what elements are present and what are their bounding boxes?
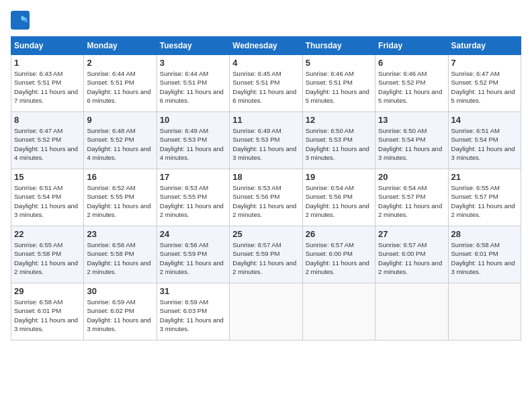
day-info: Sunrise: 6:58 AM Sunset: 6:01 PM Dayligh…: [14, 298, 81, 333]
weekday-header-thursday: Thursday: [302, 37, 375, 55]
day-number: 31: [160, 286, 226, 296]
calendar-table: SundayMondayTuesdayWednesdayThursdayFrid…: [11, 36, 521, 340]
calendar-cell: 28 Sunrise: 6:58 AM Sunset: 6:01 PM Dayl…: [448, 226, 521, 283]
day-number: 20: [378, 172, 445, 182]
calendar-cell: 16 Sunrise: 6:52 AM Sunset: 5:55 PM Dayl…: [84, 169, 157, 226]
day-number: 10: [160, 115, 226, 125]
day-info: Sunrise: 6:46 AM Sunset: 5:51 PM Dayligh…: [306, 69, 372, 105]
day-number: 6: [378, 58, 445, 68]
day-info: Sunrise: 6:51 AM Sunset: 5:54 PM Dayligh…: [14, 183, 81, 219]
calendar-cell: 15 Sunrise: 6:51 AM Sunset: 5:54 PM Dayl…: [11, 169, 84, 226]
day-number: 16: [87, 172, 153, 182]
day-info: Sunrise: 6:49 AM Sunset: 5:53 PM Dayligh…: [160, 126, 226, 162]
calendar-cell: 30 Sunrise: 6:59 AM Sunset: 6:02 PM Dayl…: [84, 283, 157, 340]
week-row-3: 15 Sunrise: 6:51 AM Sunset: 5:54 PM Dayl…: [11, 169, 521, 226]
calendar-cell: 1 Sunrise: 6:43 AM Sunset: 5:51 PM Dayli…: [11, 55, 84, 112]
day-info: Sunrise: 6:55 AM Sunset: 5:58 PM Dayligh…: [14, 240, 81, 276]
calendar-cell: 24 Sunrise: 6:56 AM Sunset: 5:59 PM Dayl…: [157, 226, 229, 283]
day-info: Sunrise: 6:50 AM Sunset: 5:53 PM Dayligh…: [306, 126, 372, 162]
day-info: Sunrise: 6:53 AM Sunset: 5:56 PM Dayligh…: [232, 183, 299, 219]
calendar-cell: 26 Sunrise: 6:57 AM Sunset: 6:00 PM Dayl…: [302, 226, 375, 283]
day-info: Sunrise: 6:51 AM Sunset: 5:54 PM Dayligh…: [451, 126, 518, 162]
day-info: Sunrise: 6:47 AM Sunset: 5:52 PM Dayligh…: [14, 126, 81, 162]
calendar-cell: 21 Sunrise: 6:55 AM Sunset: 5:57 PM Dayl…: [448, 169, 521, 226]
calendar-cell: 9 Sunrise: 6:48 AM Sunset: 5:52 PM Dayli…: [84, 112, 157, 169]
day-number: 5: [306, 58, 372, 68]
calendar-cell: 23 Sunrise: 6:56 AM Sunset: 5:58 PM Dayl…: [84, 226, 157, 283]
day-info: Sunrise: 6:57 AM Sunset: 6:00 PM Dayligh…: [378, 240, 445, 276]
weekday-header-row: SundayMondayTuesdayWednesdayThursdayFrid…: [11, 37, 521, 55]
day-number: 30: [87, 286, 153, 296]
day-info: Sunrise: 6:48 AM Sunset: 5:52 PM Dayligh…: [87, 126, 153, 162]
week-row-1: 1 Sunrise: 6:43 AM Sunset: 5:51 PM Dayli…: [11, 55, 521, 112]
calendar-cell: [448, 283, 521, 340]
calendar-cell: 8 Sunrise: 6:47 AM Sunset: 5:52 PM Dayli…: [11, 112, 84, 169]
day-number: 21: [451, 172, 518, 182]
weekday-header-tuesday: Tuesday: [157, 37, 229, 55]
day-number: 18: [232, 172, 299, 182]
day-info: Sunrise: 6:54 AM Sunset: 5:57 PM Dayligh…: [378, 183, 445, 219]
day-number: 19: [306, 172, 372, 182]
calendar-cell: [230, 283, 302, 340]
week-row-2: 8 Sunrise: 6:47 AM Sunset: 5:52 PM Dayli…: [11, 112, 521, 169]
day-number: 7: [451, 58, 518, 68]
day-number: 29: [14, 286, 81, 296]
day-number: 17: [160, 172, 226, 182]
day-info: Sunrise: 6:45 AM Sunset: 5:51 PM Dayligh…: [232, 69, 299, 105]
day-info: Sunrise: 6:56 AM Sunset: 5:59 PM Dayligh…: [160, 240, 226, 276]
calendar-cell: 5 Sunrise: 6:46 AM Sunset: 5:51 PM Dayli…: [302, 55, 375, 112]
day-info: Sunrise: 6:57 AM Sunset: 6:00 PM Dayligh…: [306, 240, 372, 276]
calendar-cell: 14 Sunrise: 6:51 AM Sunset: 5:54 PM Dayl…: [448, 112, 521, 169]
calendar-cell: 17 Sunrise: 6:53 AM Sunset: 5:55 PM Dayl…: [157, 169, 229, 226]
day-number: 23: [87, 229, 153, 239]
logo-icon: [11, 11, 30, 30]
day-number: 28: [451, 229, 518, 239]
day-info: Sunrise: 6:59 AM Sunset: 6:02 PM Dayligh…: [87, 298, 153, 333]
day-info: Sunrise: 6:44 AM Sunset: 5:51 PM Dayligh…: [87, 69, 153, 105]
logo: [11, 11, 32, 30]
weekday-header-friday: Friday: [375, 37, 448, 55]
day-number: 13: [378, 115, 445, 125]
day-info: Sunrise: 6:49 AM Sunset: 5:53 PM Dayligh…: [232, 126, 299, 162]
calendar-cell: 31 Sunrise: 6:59 AM Sunset: 6:03 PM Dayl…: [157, 283, 229, 340]
day-number: 25: [232, 229, 299, 239]
day-info: Sunrise: 6:55 AM Sunset: 5:57 PM Dayligh…: [451, 183, 518, 219]
week-row-5: 29 Sunrise: 6:58 AM Sunset: 6:01 PM Dayl…: [11, 283, 521, 340]
day-number: 8: [14, 115, 81, 125]
day-number: 14: [451, 115, 518, 125]
day-info: Sunrise: 6:46 AM Sunset: 5:52 PM Dayligh…: [378, 69, 445, 105]
day-number: 22: [14, 229, 81, 239]
weekday-header-wednesday: Wednesday: [230, 37, 302, 55]
calendar-cell: 2 Sunrise: 6:44 AM Sunset: 5:51 PM Dayli…: [84, 55, 157, 112]
calendar-cell: 10 Sunrise: 6:49 AM Sunset: 5:53 PM Dayl…: [157, 112, 229, 169]
calendar-cell: 20 Sunrise: 6:54 AM Sunset: 5:57 PM Dayl…: [375, 169, 448, 226]
page-header: [11, 11, 521, 30]
calendar-cell: [375, 283, 448, 340]
day-info: Sunrise: 6:50 AM Sunset: 5:54 PM Dayligh…: [378, 126, 445, 162]
day-info: Sunrise: 6:43 AM Sunset: 5:51 PM Dayligh…: [14, 69, 81, 105]
day-number: 9: [87, 115, 153, 125]
day-info: Sunrise: 6:56 AM Sunset: 5:58 PM Dayligh…: [87, 240, 153, 276]
day-info: Sunrise: 6:57 AM Sunset: 5:59 PM Dayligh…: [232, 240, 299, 276]
calendar-cell: 7 Sunrise: 6:47 AM Sunset: 5:52 PM Dayli…: [448, 55, 521, 112]
weekday-header-saturday: Saturday: [448, 37, 521, 55]
calendar-cell: 12 Sunrise: 6:50 AM Sunset: 5:53 PM Dayl…: [302, 112, 375, 169]
calendar-cell: 3 Sunrise: 6:44 AM Sunset: 5:51 PM Dayli…: [157, 55, 229, 112]
calendar-cell: 29 Sunrise: 6:58 AM Sunset: 6:01 PM Dayl…: [11, 283, 84, 340]
calendar-cell: 4 Sunrise: 6:45 AM Sunset: 5:51 PM Dayli…: [230, 55, 302, 112]
day-info: Sunrise: 6:53 AM Sunset: 5:55 PM Dayligh…: [160, 183, 226, 219]
calendar-cell: 22 Sunrise: 6:55 AM Sunset: 5:58 PM Dayl…: [11, 226, 84, 283]
day-info: Sunrise: 6:58 AM Sunset: 6:01 PM Dayligh…: [451, 240, 518, 276]
calendar-cell: 25 Sunrise: 6:57 AM Sunset: 5:59 PM Dayl…: [230, 226, 302, 283]
day-info: Sunrise: 6:54 AM Sunset: 5:56 PM Dayligh…: [306, 183, 372, 219]
day-number: 3: [160, 58, 226, 68]
day-info: Sunrise: 6:44 AM Sunset: 5:51 PM Dayligh…: [160, 69, 226, 105]
day-number: 1: [14, 58, 81, 68]
weekday-header-sunday: Sunday: [11, 37, 84, 55]
day-number: 26: [306, 229, 372, 239]
day-number: 15: [14, 172, 81, 182]
calendar-cell: 11 Sunrise: 6:49 AM Sunset: 5:53 PM Dayl…: [230, 112, 302, 169]
day-number: 24: [160, 229, 226, 239]
week-row-4: 22 Sunrise: 6:55 AM Sunset: 5:58 PM Dayl…: [11, 226, 521, 283]
day-number: 11: [232, 115, 299, 125]
